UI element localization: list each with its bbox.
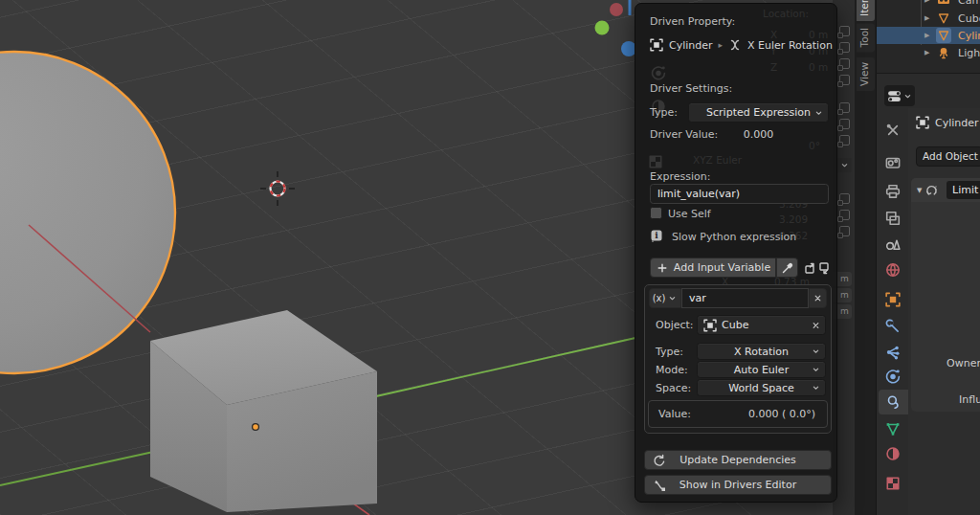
chevron-right-icon: ▸	[719, 40, 724, 50]
collapse-arrow-icon[interactable]: ▼	[917, 187, 922, 194]
expand-arrow-icon[interactable]: ▶	[924, 49, 929, 56]
copy-variables-button[interactable]	[803, 260, 816, 275]
sidebar-tab-tool[interactable]: Tool	[857, 23, 875, 52]
expression-input[interactable]: limit_value(var)	[650, 184, 829, 204]
variable-type-dropdown[interactable]: (x)	[649, 288, 681, 308]
mode-dropdown[interactable]: Auto Euler	[697, 361, 826, 378]
expand-arrow-icon[interactable]: ▶	[924, 0, 929, 4]
animate-decorator-icon[interactable]	[839, 58, 850, 69]
add-input-variable-button[interactable]: Add Input Variable	[650, 258, 776, 278]
properties-tab-scene[interactable]	[877, 231, 908, 256]
outliner-item-label[interactable]: Cube	[958, 12, 980, 25]
object-icon	[916, 116, 929, 129]
eyedropper-icon	[781, 261, 794, 275]
paste-variables-button[interactable]	[817, 260, 831, 275]
add-input-variable-group: Add Input Variable	[650, 258, 798, 278]
close-icon	[813, 293, 823, 303]
space-value: World Space	[728, 382, 794, 394]
editor-type-button[interactable]	[884, 85, 915, 106]
driver-settings-label: Driver Settings:	[650, 82, 732, 95]
chevron-down-icon	[813, 107, 824, 118]
light-icon	[936, 45, 951, 60]
outliner-item-label[interactable]: Light	[958, 47, 980, 59]
add-object-constraint-button[interactable]: Add Object Constraint	[916, 146, 980, 167]
sidebar-tab-item[interactable]: Item	[857, 0, 875, 21]
3d-cursor	[260, 171, 295, 206]
ghost-text: Location:	[763, 8, 809, 19]
properties-tab-constraints[interactable]	[879, 390, 908, 414]
properties-tab-material[interactable]	[877, 441, 908, 466]
variable-name-input[interactable]: var	[681, 288, 809, 308]
sidebar-tab-view[interactable]: View	[857, 57, 875, 91]
space-dropdown[interactable]: World Space	[697, 379, 826, 396]
animate-decorator-icon[interactable]	[839, 226, 850, 236]
show-in-drivers-editor-button[interactable]: Show in Drivers Editor	[644, 475, 832, 495]
mode-value: Auto Euler	[734, 364, 789, 376]
outliner-row-light[interactable]: ▶Light	[877, 44, 980, 61]
drivers-editor-icon	[653, 479, 666, 492]
origin-dot	[253, 424, 259, 431]
eyedropper-button[interactable]	[776, 258, 798, 278]
sidebar-tab-strip: ItemToolView	[855, 0, 876, 515]
constraint-name-field[interactable]: Limit Rotation	[947, 181, 980, 199]
camera-icon	[936, 0, 951, 8]
remove-variable-button[interactable]	[809, 288, 827, 308]
properties-tab-object[interactable]	[877, 287, 908, 312]
nav-gizmo	[595, 0, 637, 56]
properties-main: Cylinder Add Object Constraint ▼ Limit R…	[908, 108, 980, 515]
influence-label: Influence	[959, 393, 980, 406]
outliner-item-label[interactable]: Camera	[958, 0, 980, 7]
var-type-value: X Rotation	[734, 346, 789, 358]
plus-icon	[656, 261, 669, 275]
animate-decorator-icon[interactable]	[839, 135, 850, 146]
expand-arrow-icon[interactable]: ▶	[924, 32, 929, 39]
properties-tab-texture[interactable]	[877, 471, 908, 496]
chevron-down-icon	[811, 383, 821, 393]
type-label: Type:	[650, 106, 678, 119]
breadcrumb: Cylinder	[916, 116, 979, 129]
animate-decorator-icon[interactable]	[839, 75, 850, 85]
outliner-row-camera[interactable]: ▶Camera	[877, 0, 980, 9]
outliner-item-label[interactable]: Cylinder	[958, 30, 980, 42]
use-self-checkbox[interactable]	[650, 207, 662, 219]
outliner-row-cube[interactable]: ▶Cube	[877, 10, 980, 27]
animate-decorator-icon[interactable]	[839, 42, 850, 53]
driver-type-dropdown[interactable]: Scripted Expression	[688, 102, 829, 123]
chevron-down-icon	[811, 347, 821, 357]
variable-type-label: (x)	[653, 293, 666, 303]
info-icon: i	[650, 229, 663, 242]
rotation-mode-dropdown-edge[interactable]	[836, 158, 852, 172]
close-icon[interactable]	[811, 320, 821, 330]
object-icon	[703, 319, 717, 332]
outliner: ▶Camera▶Cube▶Cylinder▶Light	[876, 0, 980, 73]
mode-label: Mode:	[656, 364, 688, 376]
animate-decorator-icon[interactable]	[839, 102, 850, 113]
properties-tab-render[interactable]	[877, 150, 908, 175]
object-icon	[650, 38, 663, 52]
properties-tab-particles[interactable]	[877, 340, 908, 365]
variable-value: 0.000 ( 0.0°)	[748, 408, 815, 420]
properties-tab-object-data[interactable]	[877, 416, 908, 441]
animate-decorator-icon[interactable]	[839, 119, 850, 129]
properties-tab-view-layer[interactable]	[877, 206, 908, 231]
use-self-label: Use Self	[668, 208, 711, 220]
expand-arrow-icon[interactable]: ▶	[924, 14, 929, 22]
owner-space-label: Owner Space	[947, 357, 980, 369]
properties-tab-output[interactable]	[877, 179, 908, 204]
animate-decorator-icon[interactable]	[839, 193, 850, 204]
animate-decorator-icon[interactable]	[839, 210, 850, 220]
variable-value-box: Value: 0.000 ( 0.0°)	[648, 400, 828, 428]
object-field[interactable]: Cube	[697, 315, 826, 335]
cube-object	[150, 310, 377, 512]
var-type-dropdown[interactable]: X Rotation	[697, 343, 826, 360]
properties-tab-world[interactable]	[877, 258, 908, 282]
breadcrumb-object-label[interactable]: Cylinder	[935, 117, 979, 129]
properties-tab-physics[interactable]	[877, 364, 908, 389]
properties-tab-modifiers[interactable]	[877, 314, 908, 339]
update-dependencies-button[interactable]: Update Dependencies	[644, 450, 832, 470]
properties-tab-tool[interactable]	[877, 118, 908, 143]
outliner-row-cylinder[interactable]: ▶Cylinder	[877, 27, 980, 44]
driver-value: 0.000	[688, 128, 829, 141]
driven-property-breadcrumb: Cylinder ▸ X Euler Rotation	[650, 38, 833, 52]
animate-decorator-icon[interactable]	[839, 26, 850, 36]
